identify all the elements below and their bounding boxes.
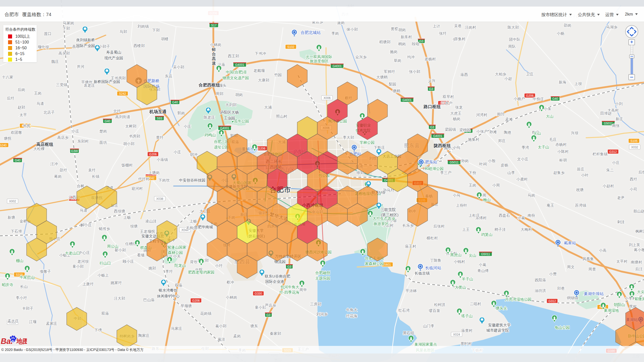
svg-text:毛庄: 毛庄 <box>549 137 557 142</box>
svg-text:段咀: 段咀 <box>412 42 419 46</box>
svg-text:卡郢子: 卡郢子 <box>22 306 33 310</box>
svg-text:龟山公园: 龟山公园 <box>555 325 570 330</box>
svg-text:李大郢: 李大郢 <box>343 135 354 140</box>
svg-text:李圩: 李圩 <box>165 269 173 274</box>
svg-text:枫树洼: 枫树洼 <box>635 229 644 233</box>
svg-text:S17: S17 <box>211 24 217 27</box>
svg-text:解小庄: 解小庄 <box>80 223 92 227</box>
svg-text:朱二: 朱二 <box>606 168 614 172</box>
svg-text:黄时村: 黄时村 <box>461 341 472 346</box>
svg-text:后份村: 后份村 <box>638 170 644 174</box>
svg-text:上杜庄: 上杜庄 <box>469 213 480 217</box>
svg-text:后汪: 后汪 <box>635 267 643 271</box>
svg-text:张龙: 张龙 <box>455 105 463 109</box>
svg-text:孟岗: 孟岗 <box>233 334 241 338</box>
svg-text:高: 高 <box>212 56 216 61</box>
svg-text:陈老庄: 陈老庄 <box>204 115 215 119</box>
svg-text:苗庄: 苗庄 <box>577 167 584 171</box>
svg-text:竹园: 竹园 <box>274 73 282 77</box>
svg-text:塘拐: 塘拐 <box>4 136 11 141</box>
svg-text:三觉镇: 三觉镇 <box>56 82 67 87</box>
svg-text:黄圩: 黄圩 <box>156 135 164 140</box>
svg-text:下郢: 下郢 <box>152 28 160 32</box>
svg-text:面坊: 面坊 <box>99 140 107 145</box>
svg-text:肥西老母鸡家园: 肥西老母鸡家园 <box>188 270 215 274</box>
svg-text:S601: S601 <box>384 263 391 266</box>
svg-text:梨园: 梨园 <box>388 82 396 86</box>
svg-text:铭传乡: 铭传乡 <box>99 227 110 231</box>
svg-text:尖山: 尖山 <box>533 131 541 135</box>
svg-text:马道: 马道 <box>36 101 44 106</box>
svg-text:小马: 小马 <box>453 145 460 150</box>
svg-text:陇西枢纽: 陇西枢纽 <box>434 143 451 148</box>
svg-text:松柯洪: 松柯洪 <box>434 302 446 307</box>
svg-text:书房郢: 书房郢 <box>129 134 140 138</box>
svg-text:下石埠: 下石埠 <box>11 229 22 233</box>
svg-text:渡口: 渡口 <box>44 31 51 36</box>
svg-text:安徽建筑大学: 安徽建筑大学 <box>488 323 511 327</box>
svg-text:大山: 大山 <box>546 114 553 118</box>
svg-text:下塝: 下塝 <box>94 328 102 332</box>
svg-text:合肥华南城: 合肥华南城 <box>194 225 213 229</box>
svg-text:迎河村: 迎河村 <box>132 186 143 191</box>
svg-text:合肥融创: 合肥融创 <box>315 270 330 275</box>
svg-text:大康郢: 大康郢 <box>258 78 269 82</box>
svg-text:周华: 周华 <box>299 288 307 292</box>
svg-text:长临河站: 长临河站 <box>425 266 441 270</box>
svg-text:草岗: 草岗 <box>394 58 401 63</box>
svg-text:祝塘: 祝塘 <box>576 188 584 192</box>
svg-text:G312: G312 <box>548 299 556 303</box>
svg-text:庙王村: 庙王村 <box>405 244 416 248</box>
svg-text:践阳庙: 践阳庙 <box>535 278 546 282</box>
svg-text:老河坝: 老河坝 <box>77 259 89 263</box>
svg-text:胡楼: 胡楼 <box>161 37 169 41</box>
svg-text:周文: 周文 <box>567 265 575 269</box>
svg-text:蚌: 蚌 <box>212 48 216 52</box>
svg-text:庙黄村: 庙黄村 <box>461 328 473 333</box>
svg-text:薛集村: 薛集村 <box>454 37 466 41</box>
svg-text:旅游景区: 旅游景区 <box>373 221 389 226</box>
svg-text:皮杨: 皮杨 <box>501 163 508 167</box>
svg-text:G3: G3 <box>287 265 291 268</box>
svg-text:江堰: 江堰 <box>29 320 36 324</box>
svg-text:马郢: 马郢 <box>119 29 127 34</box>
svg-text:太平村: 太平村 <box>616 259 628 263</box>
svg-text:后岗: 后岗 <box>18 87 25 92</box>
svg-text:黑虎山: 黑虎山 <box>450 253 462 257</box>
svg-text:物质文化遗产园: 物质文化遗产园 <box>223 76 249 80</box>
svg-text:新塘: 新塘 <box>8 215 15 219</box>
svg-text:胡小郢: 胡小郢 <box>123 142 135 146</box>
svg-text:月亮湾湿地公园: 月亮湾湿地公园 <box>505 297 532 301</box>
svg-text:丁陈鲁: 丁陈鲁 <box>430 258 441 262</box>
svg-text:横杜村: 横杜村 <box>427 236 438 240</box>
svg-text:胡岗: 胡岗 <box>398 28 406 32</box>
svg-text:小庄: 小庄 <box>71 129 79 133</box>
svg-text:地图: 地图 <box>16 338 27 345</box>
svg-text:西盘石: 西盘石 <box>499 213 510 217</box>
svg-text:周公山: 周公山 <box>107 244 118 248</box>
svg-text:葛洼: 葛洼 <box>218 337 225 341</box>
svg-text:刺洼: 刺洼 <box>617 220 625 224</box>
svg-text:城市建设学院: 城市建设学院 <box>486 328 509 332</box>
svg-text:X024: X024 <box>453 333 460 336</box>
svg-text:G4001: G4001 <box>235 63 244 67</box>
svg-text:紫微洞: 紫微洞 <box>634 297 644 301</box>
svg-text:新庄: 新庄 <box>616 117 623 121</box>
svg-text:寿县蜀山: 寿县蜀山 <box>106 50 121 54</box>
svg-text:张小郢: 张小郢 <box>409 69 420 74</box>
svg-text:红石湾: 红石湾 <box>398 308 410 312</box>
svg-text:周队: 周队 <box>508 44 516 49</box>
svg-text:合树: 合树 <box>77 184 84 188</box>
svg-text:李三户: 李三户 <box>440 170 452 175</box>
svg-text:中心庄: 中心庄 <box>79 250 90 255</box>
svg-text:三房户: 三房户 <box>441 101 453 105</box>
svg-text:小高: 小高 <box>599 248 607 252</box>
svg-text:棚山: 棚山 <box>16 258 23 263</box>
svg-text:G40: G40 <box>552 97 558 101</box>
svg-text:家森林公园: 家森林公园 <box>365 261 384 266</box>
svg-text:小庄: 小庄 <box>173 150 181 154</box>
svg-text:双早村: 双早村 <box>442 95 454 99</box>
svg-text:瓜牛公园: 瓜牛公园 <box>234 119 249 123</box>
svg-text:老戴堰: 老戴堰 <box>254 68 265 73</box>
svg-text:早堰塘: 早堰塘 <box>181 304 192 308</box>
